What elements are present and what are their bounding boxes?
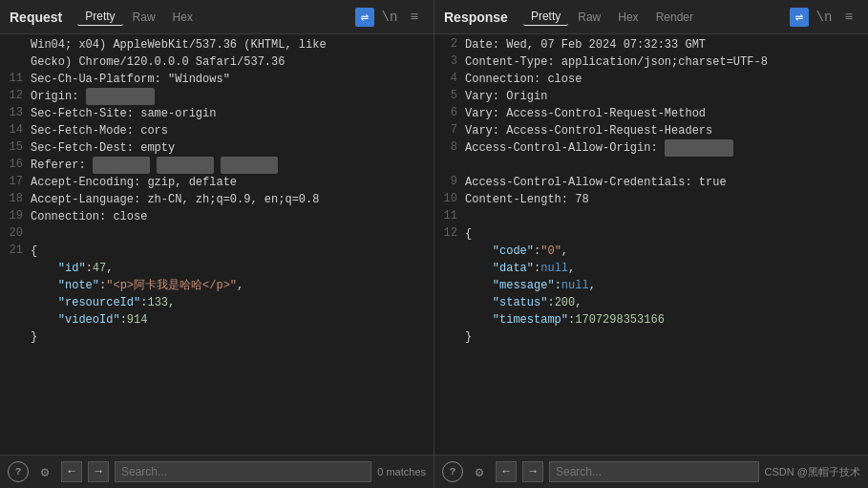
table-row: 12 Origin:: [0, 88, 434, 105]
request-bottom-bar: ? ⚙ ← → 0 matches: [0, 456, 434, 488]
table-row: "data":null,: [434, 260, 868, 277]
table-row: 10 Content-Length: 78: [434, 191, 868, 208]
watermark-text: CSDN @黑帽子技术: [765, 465, 860, 479]
response-menu-icon[interactable]: ≡: [839, 8, 858, 27]
table-row: 11: [434, 208, 868, 225]
table-row: 9 Access-Control-Allow-Credentials: true: [434, 174, 868, 191]
table-row: "videoId":914: [0, 311, 434, 329]
request-header: Request Pretty Raw Hex ⇌ \n ≡: [0, 0, 434, 34]
table-row: Win04; x04) AppleWebKit/537.36 (KHTML, l…: [0, 36, 434, 53]
table-row: 16 Referer:: [0, 157, 434, 174]
response-toolbar: ⇌ \n ≡: [790, 8, 858, 27]
tab-request-hex[interactable]: Hex: [165, 9, 201, 26]
tab-request-raw[interactable]: Raw: [125, 9, 163, 26]
request-toolbar: ⇌ \n ≡: [355, 8, 424, 27]
table-row: 6 Vary: Access-Control-Request-Method: [434, 105, 868, 122]
table-row: "timestamp":1707298353166: [434, 311, 868, 329]
table-row: Gecko) Chrome/120.0.0.0 Safari/537.36: [0, 53, 434, 71]
request-title: Request: [10, 10, 62, 25]
response-forward-button[interactable]: →: [522, 461, 543, 482]
table-row: 14 Sec-Fetch-Mode: cors: [0, 122, 434, 139]
table-row: 11 Sec-Ch-Ua-Platform: "Windows": [0, 71, 434, 88]
request-forward-button[interactable]: →: [88, 461, 109, 482]
table-row: 20: [0, 225, 434, 243]
tab-response-raw[interactable]: Raw: [570, 9, 608, 26]
table-row: [434, 157, 868, 174]
table-row: 5 Vary: Origin: [434, 88, 868, 105]
request-help-button[interactable]: ?: [8, 461, 29, 482]
response-header: Response Pretty Raw Hex Render ⇌ \n ≡: [434, 0, 868, 34]
response-back-button[interactable]: ←: [496, 461, 517, 482]
response-tab-bar: Pretty Raw Hex Render: [523, 8, 778, 26]
table-row: 15 Sec-Fetch-Dest: empty: [0, 139, 434, 157]
table-row: "id":47,: [0, 260, 434, 277]
tab-response-pretty[interactable]: Pretty: [523, 8, 568, 26]
table-row: "resourceId":133,: [0, 294, 434, 311]
response-content: 2 Date: Wed, 07 Feb 2024 07:32:33 GMT 3 …: [434, 34, 868, 455]
table-row: "code":"0",: [434, 243, 868, 260]
table-row: 4 Connection: close: [434, 71, 868, 88]
response-panel: Response Pretty Raw Hex Render ⇌ \n ≡ 2 …: [434, 0, 868, 455]
table-row: }: [434, 329, 868, 346]
table-row: 13 Sec-Fetch-Site: same-origin: [0, 105, 434, 122]
request-matches: 0 matches: [377, 466, 426, 477]
tab-response-render[interactable]: Render: [648, 9, 701, 26]
response-newline-icon[interactable]: \n: [815, 8, 834, 27]
table-row: "note":"<p>阿卡我是哈哈</p>",: [0, 277, 434, 294]
table-row: 2 Date: Wed, 07 Feb 2024 07:32:33 GMT: [434, 36, 868, 53]
table-row: 19 Connection: close: [0, 208, 434, 225]
request-gear-button[interactable]: ⚙: [34, 461, 55, 482]
response-gear-button[interactable]: ⚙: [469, 461, 490, 482]
response-wrap-icon[interactable]: ⇌: [790, 8, 809, 27]
table-row: 8 Access-Control-Allow-Origin:: [434, 139, 868, 157]
response-search-input[interactable]: [549, 461, 759, 482]
menu-icon[interactable]: ≡: [405, 8, 424, 27]
request-search-input[interactable]: [115, 461, 371, 482]
table-row: 17 Accept-Encoding: gzip, deflate: [0, 174, 434, 191]
bottom-bars: ? ⚙ ← → 0 matches ? ⚙ ← → CSDN @黑帽子技术: [0, 455, 868, 488]
request-tab-bar: Pretty Raw Hex: [77, 8, 344, 26]
wrap-icon[interactable]: ⇌: [355, 8, 374, 27]
request-panel: Request Pretty Raw Hex ⇌ \n ≡ Win04; x04…: [0, 0, 434, 455]
newline-icon[interactable]: \n: [380, 8, 399, 27]
tab-response-hex[interactable]: Hex: [610, 9, 646, 26]
response-help-button[interactable]: ?: [442, 461, 463, 482]
table-row: 18 Accept-Language: zh-CN, zh;q=0.9, en;…: [0, 191, 434, 208]
table-row: 12 {: [434, 225, 868, 243]
request-content: Win04; x04) AppleWebKit/537.36 (KHTML, l…: [0, 34, 434, 455]
table-row: }: [0, 329, 434, 346]
table-row: 7 Vary: Access-Control-Request-Headers: [434, 122, 868, 139]
table-row: "status":200,: [434, 294, 868, 311]
table-row: 21 {: [0, 243, 434, 260]
request-back-button[interactable]: ←: [61, 461, 82, 482]
response-title: Response: [444, 10, 508, 25]
table-row: 3 Content-Type: application/json;charset…: [434, 53, 868, 71]
table-row: "message":null,: [434, 277, 868, 294]
response-bottom-bar: ? ⚙ ← → CSDN @黑帽子技术: [434, 456, 868, 488]
tab-request-pretty[interactable]: Pretty: [77, 8, 122, 26]
